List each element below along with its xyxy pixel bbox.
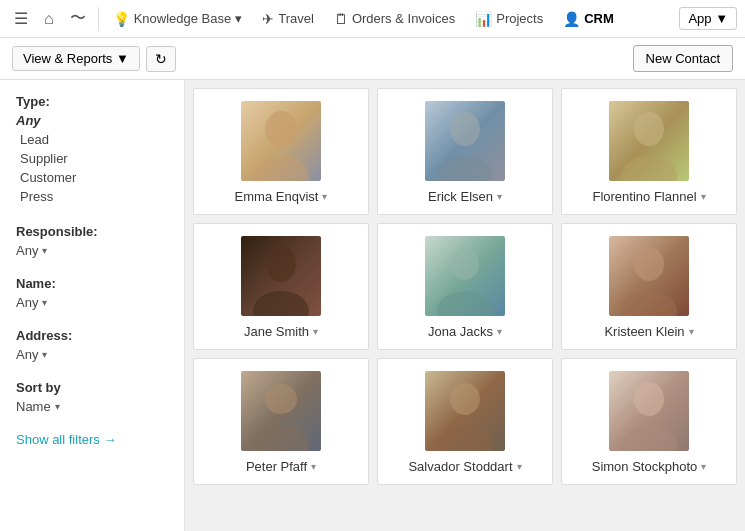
svg-point-16 [437, 426, 493, 451]
contact-menu-arrow-jane[interactable]: ▾ [313, 326, 318, 337]
contact-photo-simon [609, 371, 689, 451]
menu-icon[interactable]: ☰ [8, 5, 34, 32]
contact-menu-arrow-simon[interactable]: ▾ [701, 461, 706, 472]
contact-photo-jane [241, 236, 321, 316]
refresh-button[interactable]: ↻ [146, 46, 176, 72]
contact-menu-arrow-emma[interactable]: ▾ [322, 191, 327, 202]
nav-item-crm-label: CRM [584, 11, 614, 26]
svg-rect-2 [241, 101, 321, 181]
contact-menu-arrow-kristeen[interactable]: ▾ [689, 326, 694, 337]
contact-menu-arrow-salvador[interactable]: ▾ [517, 461, 522, 472]
nav-item-projects-label: Projects [496, 11, 543, 26]
contact-name-salvador: Salvador Stoddart [408, 459, 512, 474]
sort-by-section: Sort by Name ▾ [16, 380, 168, 414]
svg-point-4 [437, 156, 493, 181]
contact-name-row-salvador: Salvador Stoddart ▾ [408, 459, 521, 474]
svg-point-18 [621, 426, 677, 451]
contact-photo-florentino [609, 101, 689, 181]
contact-name-emma: Emma Enqvist [235, 189, 319, 204]
projects-icon: 📊 [475, 11, 492, 27]
nav-item-travel[interactable]: ✈ Travel [254, 7, 322, 31]
sort-by-label: Sort by [16, 380, 168, 395]
contact-name-row-kristeen: Kristeen Klein ▾ [604, 324, 693, 339]
svg-point-6 [621, 156, 677, 181]
contact-card-simon[interactable]: Simon Stockphoto ▾ [561, 358, 737, 485]
contact-card-salvador[interactable]: Salvador Stoddart ▾ [377, 358, 553, 485]
new-contact-button[interactable]: New Contact [633, 45, 733, 72]
contact-name-row-jane: Jane Smith ▾ [244, 324, 318, 339]
responsible-filter-label: Responsible: [16, 224, 168, 239]
contact-menu-arrow-florentino[interactable]: ▾ [701, 191, 706, 202]
contact-name-row-florentino: Florentino Flannel ▾ [592, 189, 705, 204]
contact-menu-arrow-jona[interactable]: ▾ [497, 326, 502, 337]
chevron-down-icon: ▾ [235, 11, 242, 26]
address-filter-label: Address: [16, 328, 168, 343]
contact-name-row-jona: Jona Jacks ▾ [428, 324, 502, 339]
sort-by-dropdown[interactable]: Name ▾ [16, 399, 168, 414]
svg-point-15 [450, 383, 480, 415]
contact-name-row-peter: Peter Pfaff ▾ [246, 459, 316, 474]
person-silhouette-florentino [609, 101, 689, 181]
person-silhouette-jane [241, 236, 321, 316]
name-value: Any [16, 295, 38, 310]
type-supplier-option[interactable]: Supplier [16, 149, 168, 168]
name-dropdown[interactable]: Any ▾ [16, 295, 168, 310]
app-button[interactable]: App ▼ [679, 7, 737, 30]
contact-name-erick: Erick Elsen [428, 189, 493, 204]
contact-menu-arrow-peter[interactable]: ▾ [311, 461, 316, 472]
person-silhouette-erick [425, 101, 505, 181]
home-icon[interactable]: ⌂ [38, 6, 60, 32]
contact-photo-kristeen [609, 236, 689, 316]
contact-photo-salvador [425, 371, 505, 451]
name-filter-section: Name: Any ▾ [16, 276, 168, 310]
person-silhouette-peter [241, 371, 321, 451]
contact-name-row-simon: Simon Stockphoto ▾ [592, 459, 707, 474]
view-reports-button[interactable]: View & Reports ▼ [12, 46, 140, 71]
type-lead-option[interactable]: Lead [16, 130, 168, 149]
contact-name-simon: Simon Stockphoto [592, 459, 698, 474]
contact-card-jane[interactable]: Jane Smith ▾ [193, 223, 369, 350]
main-layout: Type: Any Lead Supplier Customer Press R… [0, 80, 745, 531]
address-dropdown[interactable]: Any ▾ [16, 347, 168, 362]
content-area: Emma Enqvist ▾ Erick Elsen ▾ [185, 80, 745, 531]
type-filter-section: Type: Any Lead Supplier Customer Press [16, 94, 168, 206]
responsible-filter-section: Responsible: Any ▾ [16, 224, 168, 258]
type-customer-option[interactable]: Customer [16, 168, 168, 187]
contact-name-florentino: Florentino Flannel [592, 189, 696, 204]
nav-item-orders-invoices[interactable]: 🗒 Orders & Invoices [326, 7, 463, 31]
contact-name-row-erick: Erick Elsen ▾ [428, 189, 502, 204]
svg-point-8 [253, 291, 309, 316]
responsible-dropdown[interactable]: Any ▾ [16, 243, 168, 258]
svg-point-12 [621, 291, 677, 316]
svg-point-17 [634, 382, 664, 416]
contact-card-erick[interactable]: Erick Elsen ▾ [377, 88, 553, 215]
type-any-option[interactable]: Any [16, 113, 168, 128]
nav-item-knowledge-base[interactable]: 💡 Knowledge Base ▾ [105, 7, 251, 31]
contact-name-peter: Peter Pfaff [246, 459, 307, 474]
sort-by-arrow-icon: ▾ [55, 401, 60, 412]
nav-item-projects[interactable]: 📊 Projects [467, 7, 551, 31]
contact-card-peter[interactable]: Peter Pfaff ▾ [193, 358, 369, 485]
sidebar: Type: Any Lead Supplier Customer Press R… [0, 80, 185, 531]
contact-card-kristeen[interactable]: Kristeen Klein ▾ [561, 223, 737, 350]
svg-point-3 [450, 112, 480, 146]
contact-grid: Emma Enqvist ▾ Erick Elsen ▾ [193, 88, 737, 485]
contact-photo-jona [425, 236, 505, 316]
nav-item-crm[interactable]: 👤 CRM [555, 7, 622, 31]
nav-item-knowledge-base-label: Knowledge Base [134, 11, 232, 26]
contact-photo-emma [241, 101, 321, 181]
pulse-icon[interactable]: 〜 [64, 4, 92, 33]
contact-card-emma[interactable]: Emma Enqvist ▾ [193, 88, 369, 215]
contact-card-jona[interactable]: Jona Jacks ▾ [377, 223, 553, 350]
svg-point-11 [634, 247, 664, 281]
contact-name-row-emma: Emma Enqvist ▾ [235, 189, 328, 204]
show-all-filters-link[interactable]: Show all filters → [16, 432, 116, 447]
type-press-option[interactable]: Press [16, 187, 168, 206]
type-filter-label: Type: [16, 94, 168, 109]
contact-card-florentino[interactable]: Florentino Flannel ▾ [561, 88, 737, 215]
contact-name-jane: Jane Smith [244, 324, 309, 339]
contact-menu-arrow-erick[interactable]: ▾ [497, 191, 502, 202]
nav-separator-1 [98, 7, 99, 31]
contact-name-jona: Jona Jacks [428, 324, 493, 339]
nav-item-travel-label: Travel [278, 11, 314, 26]
